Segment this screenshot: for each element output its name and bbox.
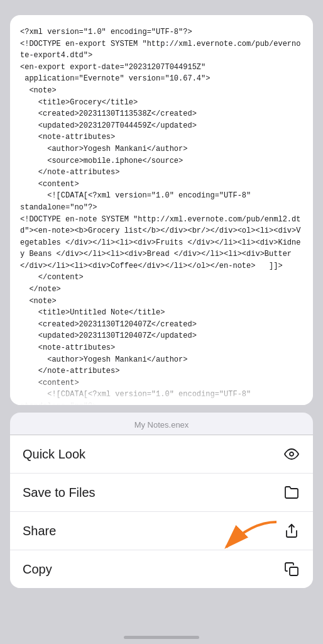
save-to-files-label: Save to Files (23, 486, 96, 500)
folder-icon (283, 484, 300, 501)
action-sheet-quick-look[interactable]: Quick Look (10, 435, 313, 474)
home-indicator (124, 636, 199, 639)
quick-look-label: Quick Look (23, 447, 85, 462)
action-sheet-share[interactable]: Share (10, 512, 313, 550)
share-label: Share (23, 524, 56, 538)
action-sheet-copy[interactable]: Copy (10, 550, 313, 588)
share-icon (283, 522, 300, 540)
copy-icon (283, 560, 300, 578)
svg-point-0 (285, 448, 298, 460)
copy-label: Copy (23, 562, 52, 577)
svg-rect-3 (290, 567, 298, 575)
svg-point-1 (290, 452, 293, 456)
xml-content: <?xml version="1.0" encoding="UTF-8"?> <… (20, 26, 303, 405)
xml-preview-card: <?xml version="1.0" encoding="UTF-8"?> <… (10, 15, 313, 405)
action-sheet-filename: My Notes.enex (10, 413, 313, 435)
action-sheet-save-to-files[interactable]: Save to Files (10, 474, 313, 512)
eye-icon (283, 445, 300, 463)
action-sheet: My Notes.enex Quick Look Save to Files S… (10, 413, 313, 588)
